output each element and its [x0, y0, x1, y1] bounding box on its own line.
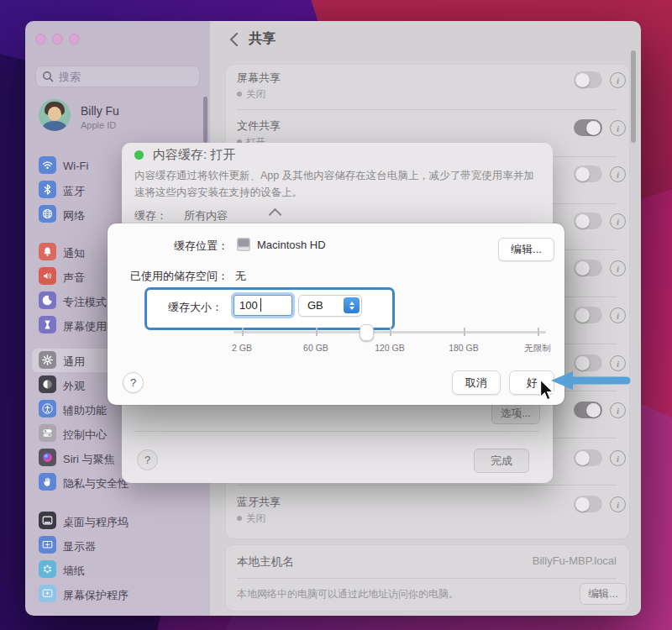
- unit-stepper-icon[interactable]: [344, 297, 360, 313]
- sheet-title: 内容缓存: 打开: [153, 147, 235, 163]
- sharing-row-title: 文件共享: [237, 118, 281, 134]
- done-button[interactable]: 完成: [474, 449, 529, 473]
- cache-size-input[interactable]: 100: [234, 295, 292, 316]
- slider-label: 60 GB: [291, 343, 341, 353]
- slider-handle[interactable]: [360, 324, 374, 341]
- slider-label: 无限制: [512, 343, 563, 354]
- info-icon[interactable]: i: [610, 120, 626, 136]
- close-button[interactable]: [35, 34, 46, 45]
- avatar[interactable]: [39, 99, 71, 131]
- divider: [237, 109, 617, 110]
- sidebar-item-label: 蓝牙: [63, 184, 85, 199]
- sidebar-item-label: 外观: [63, 379, 85, 394]
- sidebar-item-label: 专注模式: [63, 295, 107, 310]
- info-icon[interactable]: i: [610, 307, 626, 323]
- cache-type-value[interactable]: 所有内容: [184, 208, 228, 223]
- sharing-toggle[interactable]: [574, 449, 602, 466]
- sharing-toggle[interactable]: [574, 402, 602, 418]
- unit-value: GB: [307, 299, 323, 312]
- divider: [237, 485, 617, 486]
- info-icon[interactable]: i: [610, 166, 626, 182]
- search-input[interactable]: 搜索: [35, 66, 200, 87]
- control-center-icon: [39, 424, 56, 442]
- zoom-button[interactable]: [69, 34, 80, 45]
- sidebar-item-screensaver[interactable]: 屏幕保护程序: [32, 582, 203, 606]
- slider-label: 120 GB: [365, 343, 415, 353]
- status-dot: [237, 516, 242, 521]
- info-icon[interactable]: i: [610, 72, 626, 88]
- sharing-toggle[interactable]: [574, 307, 602, 323]
- slider-tick: [538, 328, 539, 336]
- accessibility-icon: [39, 400, 56, 417]
- sharing-row-title: 蓝牙共享: [237, 495, 281, 510]
- sharing-toggle[interactable]: [574, 213, 602, 229]
- sharing-toggle[interactable]: [574, 71, 602, 88]
- sidebar-item-displays[interactable]: 显示器: [32, 533, 203, 557]
- sidebar-scrollbar[interactable]: [203, 97, 207, 143]
- hostname-edit-button[interactable]: 编辑...: [580, 583, 627, 605]
- unit-select[interactable]: GB: [298, 295, 362, 317]
- edit-button[interactable]: 编辑...: [498, 238, 554, 261]
- flower-icon: [39, 560, 56, 578]
- dialog-help-button[interactable]: ?: [123, 372, 144, 393]
- used-space-label: 已使用的储存空间：: [108, 269, 228, 284]
- sidebar-item-desktop-dock[interactable]: 桌面与程序坞: [32, 509, 203, 533]
- hostname-description: 本地网络中的电脑可以通过此地址访问你的电脑。: [237, 587, 459, 601]
- gear-icon: [39, 351, 56, 369]
- cache-size-value: 100: [239, 299, 258, 312]
- mouse-cursor: [539, 380, 554, 402]
- sidebar-item-label: 通知: [63, 246, 85, 261]
- appearance-icon: [39, 375, 56, 393]
- sidebar-item-label: 声音: [63, 270, 85, 286]
- sharing-row-status: 关闭: [237, 88, 265, 101]
- sidebar-item-wallpaper[interactable]: 墙纸: [32, 558, 203, 581]
- moon-icon: [39, 291, 56, 309]
- display-icon: [39, 536, 56, 554]
- sidebar-item-label: 辅助功能: [63, 403, 107, 418]
- info-icon[interactable]: i: [610, 213, 626, 229]
- minimize-button[interactable]: [52, 34, 63, 45]
- sidebar-item-label: Siri 与聚焦: [63, 452, 114, 467]
- cancel-button[interactable]: 取消: [452, 370, 501, 395]
- slider-label: 2 GB: [217, 343, 267, 353]
- hand-icon: [39, 473, 56, 491]
- sidebar-item-label: 桌面与程序坞: [63, 515, 129, 530]
- back-icon[interactable]: [228, 33, 239, 46]
- sharing-row-title: 屏幕共享: [237, 71, 281, 86]
- sharing-toggle[interactable]: [574, 119, 602, 136]
- sharing-toggle[interactable]: [574, 165, 602, 182]
- desktop: 搜索 Billy Fu Apple ID Wi-Fi蓝牙网络通知声音专注模式屏幕…: [0, 0, 672, 630]
- speaker-icon: [39, 267, 56, 285]
- siri-icon: [39, 449, 56, 466]
- sheet-description-line1: 内容缓存通过将软件更新、App 及其他内容储存在这台电脑上，减少了带宽使用率并加: [134, 169, 534, 183]
- bell-icon: [39, 243, 56, 260]
- slider-tick: [464, 328, 465, 336]
- hostname-value: BillyFu-MBP.local: [533, 554, 617, 567]
- sidebar-item-label: 通用: [63, 354, 85, 370]
- options-button[interactable]: 选项...: [491, 402, 540, 424]
- content-scrollbar[interactable]: [631, 50, 636, 143]
- info-icon[interactable]: i: [610, 496, 626, 512]
- sharing-toggle[interactable]: [574, 496, 602, 512]
- sharing-toggle[interactable]: [574, 260, 602, 276]
- search-icon: [42, 71, 54, 82]
- text-caret: [260, 298, 261, 312]
- disk-icon: [235, 237, 252, 252]
- hourglass-icon: [39, 316, 56, 333]
- status-dot: [134, 150, 144, 160]
- sharing-toggle[interactable]: [574, 354, 602, 371]
- info-icon[interactable]: i: [610, 260, 626, 276]
- annotation-arrow: [549, 370, 633, 391]
- sharing-row-status: 关闭: [237, 512, 265, 525]
- cache-location-value: Macintosh HD: [257, 239, 326, 251]
- sidebar-item-label: 显示器: [63, 539, 96, 554]
- sheet-divider: [135, 431, 539, 432]
- sheet-help-button[interactable]: ?: [137, 449, 158, 470]
- hostname-title: 本地主机名: [237, 554, 294, 570]
- cache-type-label: 缓存：: [134, 208, 167, 223]
- info-icon[interactable]: i: [610, 402, 626, 418]
- slider-tick: [242, 328, 244, 336]
- divider: [237, 578, 617, 579]
- sidebar-item-label: 网络: [63, 208, 85, 223]
- info-icon[interactable]: i: [610, 450, 626, 466]
